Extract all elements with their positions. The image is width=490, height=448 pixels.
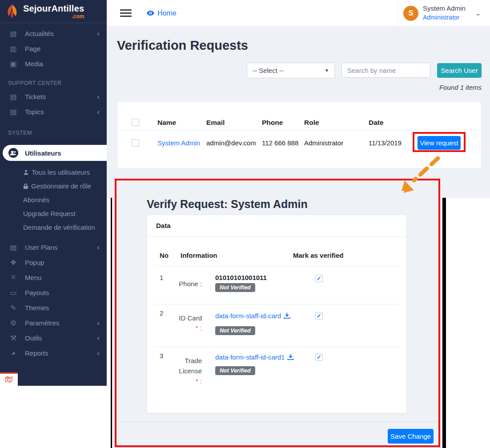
row-divider — [155, 347, 399, 347]
page-title: Verification Requests — [117, 38, 248, 53]
row-role: Administrator — [304, 139, 343, 147]
sidebar-subitem-abonnes[interactable]: Abonnés — [0, 193, 107, 207]
user-menu[interactable]: S System Admin Administrator ⌄ — [398, 0, 490, 26]
brand-logo[interactable]: SejourAntilles .com — [0, 0, 107, 23]
sidebar-item-topics[interactable]: ▤ Topics ‹ — [0, 104, 107, 119]
verify-request-panel: Verify Request: System Admin Data No Inf… — [111, 198, 446, 448]
filter-select[interactable]: -- Select -- ▼ — [247, 63, 335, 78]
row-name-link[interactable]: System Admin — [157, 139, 200, 147]
sidebar-item-label: Paramètres — [25, 319, 60, 327]
table-divider — [117, 130, 481, 130]
sidebar-subitem-gestionnaire-de-role[interactable]: Gestionnaire de rôle — [0, 179, 107, 193]
row-label: ID Card — [174, 313, 202, 323]
utilisateurs-submenu: Tous les utilisateurs Gestionnaire de rô… — [0, 161, 107, 237]
sidebar-item-label: Payouts — [25, 289, 49, 296]
required-marker: * : — [174, 323, 202, 333]
book-icon: ▤ — [8, 108, 19, 116]
sidebar-item-parametres[interactable]: ⚙ Paramètres ‹ — [0, 315, 107, 330]
cube-icon: ❖ — [8, 258, 19, 267]
image-icon: ▣ — [8, 60, 19, 68]
column-header-phone: Phone — [262, 119, 283, 127]
user-role-link: Administrator — [423, 14, 459, 21]
sidebar-item-payouts[interactable]: ▭ Payouts — [0, 285, 107, 300]
phone-value: 01010101001011 — [215, 274, 267, 281]
sidebar-subitem-label: Tous les utilisateurs — [32, 168, 90, 176]
view-request-button[interactable]: View request — [418, 136, 461, 150]
sidebar-nav: ▤ Actualités ‹ ▥ Page ▣ Media SUPPORT CE… — [0, 23, 107, 360]
sidebar-subitem-tous-les-utilisateurs[interactable]: Tous les utilisateurs — [0, 165, 107, 179]
mark-verified-checkbox[interactable]: ✓ — [315, 353, 323, 361]
mark-verified-checkbox[interactable]: ✓ — [315, 312, 323, 320]
users-icon — [8, 148, 19, 158]
sidebar-item-label: Popup — [25, 259, 44, 266]
column-header-mark-as-verified: Mark as verified — [293, 252, 343, 259]
not-verified-badge: Not Verified — [215, 366, 255, 375]
sidebar-item-label: Media — [25, 60, 43, 68]
footer-divider — [119, 421, 438, 422]
sidebar-item-label: Outils — [25, 334, 42, 342]
verify-request-title: Verify Request: System Admin — [147, 198, 308, 211]
sidebar-item-outils[interactable]: ⚒ Outils ‹ — [0, 330, 107, 345]
sidebar-item-themes[interactable]: ✎ Themes — [0, 300, 107, 315]
laravel-logo-icon — [4, 376, 13, 384]
save-change-button[interactable]: Save Change — [388, 429, 434, 444]
sidebar-subitem-demande-de-verification[interactable]: Demande de vérification — [0, 220, 107, 234]
sidebar-item-label: Reports — [25, 349, 48, 357]
bird-logo-icon — [5, 4, 20, 20]
trade-license-file-link[interactable]: data-form-staff-id-card1 — [215, 353, 294, 361]
not-verified-badge: Not Verified — [215, 326, 255, 335]
book-icon: ▤ — [8, 29, 19, 38]
mark-verified-checkbox[interactable]: ✓ — [315, 275, 323, 282]
chevron-left-icon: ‹ — [97, 30, 100, 37]
chevron-left-icon: ‹ — [97, 334, 100, 342]
lock-icon — [23, 183, 28, 189]
select-all-checkbox[interactable] — [132, 119, 139, 126]
sidebar-item-utilisateurs[interactable]: Utilisateurs — [3, 145, 107, 161]
avatar: S — [403, 6, 418, 21]
book-icon: ▤ — [8, 92, 19, 101]
sidebar-item-tickets[interactable]: ▤ Tickets ‹ — [0, 89, 107, 104]
sidebar-item-media[interactable]: ▣ Media — [0, 56, 107, 71]
pages-icon: ▥ — [8, 44, 19, 53]
row-checkbox[interactable] — [132, 139, 139, 147]
home-link[interactable]: Home — [147, 9, 177, 17]
laravel-debugbar-toggle[interactable] — [0, 372, 18, 386]
row-label: Phone : — [174, 279, 202, 289]
row-number: 3 — [160, 352, 163, 360]
file-link-label: data-form-staff-id-card1 — [215, 353, 285, 361]
verification-requests-table: Name Email Phone Role Date System Admin … — [117, 101, 482, 168]
sidebar-item-menu[interactable]: ≡ Menu — [0, 270, 107, 285]
sidebar-item-reports[interactable]: ◕ Reports ‹ — [0, 345, 107, 360]
required-marker: * : — [174, 376, 202, 386]
chevron-left-icon: ‹ — [97, 108, 100, 116]
file-link-label: data-form-staff-id-card — [215, 312, 281, 320]
card-icon: ▭ — [8, 288, 19, 297]
row-number: 1 — [160, 274, 163, 281]
sidebar-item-actualites[interactable]: ▤ Actualités ‹ — [0, 26, 107, 41]
main-content: Verification Requests -- Select -- ▼ Sea… — [107, 27, 490, 198]
column-header-email: Email — [206, 119, 225, 127]
id-card-file-link[interactable]: data-form-staff-id-card — [215, 312, 290, 320]
chevron-down-icon: ⌄ — [475, 9, 481, 17]
sidebar-item-page[interactable]: ▥ Page — [0, 41, 107, 56]
column-header-information: Information — [181, 252, 217, 259]
row-email: admin@dev.com — [206, 139, 256, 147]
hamburger-menu-icon[interactable] — [120, 8, 132, 19]
search-user-button[interactable]: Search User — [437, 63, 482, 78]
person-icon — [23, 169, 29, 175]
user-name: System Admin — [423, 4, 466, 13]
search-input[interactable] — [341, 63, 430, 78]
sidebar-subitem-upgrade-request[interactable]: Upgrade Request — [0, 207, 107, 220]
sidebar-section-support-center: SUPPORT CENTER — [0, 71, 107, 89]
sidebar-item-user-plans[interactable]: ▤ User Plans ‹ — [0, 240, 107, 255]
row-phone: 112 666 888 — [262, 139, 298, 147]
brush-icon: ✎ — [8, 304, 19, 312]
row-label: Trade — [174, 356, 202, 366]
topbar: Home S System Admin Administrator ⌄ — [107, 0, 490, 27]
layers-icon: ≡ — [8, 273, 19, 281]
sidebar-item-popup[interactable]: ❖ Popup — [0, 255, 107, 270]
gear-icon: ⚙ — [8, 319, 19, 327]
row-date: 11/13/2019 — [369, 139, 402, 147]
chevron-left-icon: ‹ — [97, 244, 100, 251]
column-header-role: Role — [304, 119, 319, 127]
